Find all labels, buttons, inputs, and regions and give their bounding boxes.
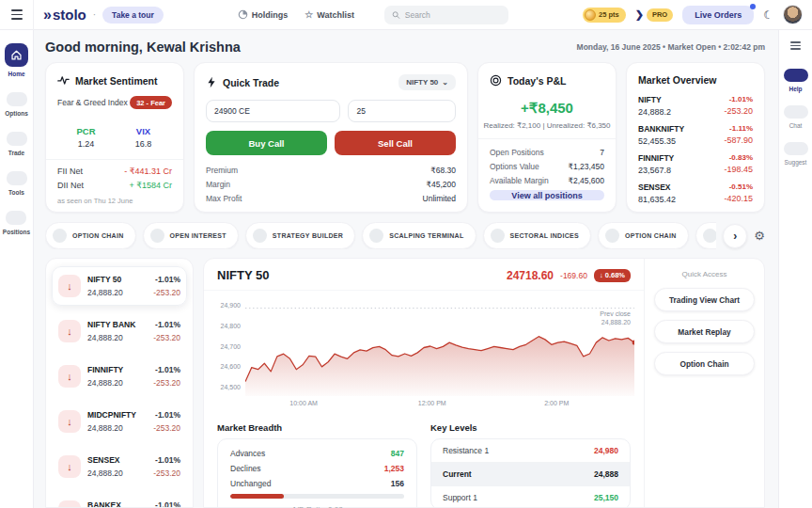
chip-open-interest-2[interactable]: OPEN INTEREST (695, 222, 717, 249)
key-levels-section: Key Levels Resistance 124,980 Current24,… (430, 417, 631, 507)
down-trend-icon: ↓ (58, 365, 81, 388)
avatar[interactable] (783, 5, 803, 24)
rail-menu-icon[interactable] (790, 41, 801, 50)
market-replay-button[interactable]: Market Replay (654, 320, 755, 343)
dii-value: + ₹1584 Cr (129, 181, 172, 190)
help-icon (784, 69, 808, 82)
sidebar-item-positions[interactable]: Positions (3, 211, 30, 235)
watchlist-item-finnifty[interactable]: ↓ FINNIFTY-1.01% 24,888.20-253.20 (52, 357, 187, 396)
holdings-link[interactable]: Holdings (238, 9, 289, 20)
menu-icon[interactable] (0, 0, 34, 30)
wl-chg: -253.20 (153, 468, 180, 478)
watchlist-item-midcpnifty[interactable]: ↓ MIDCPNIFTY-1.01% 24,888.20-253.20 (52, 402, 187, 441)
search-icon (392, 10, 400, 20)
holdings-label: Holdings (252, 10, 289, 20)
chip-scalping-terminal[interactable]: SCALPING TERMINAL (362, 222, 476, 249)
chevron-right-icon: › (733, 230, 737, 243)
chip-open-interest[interactable]: OPEN INTEREST (143, 222, 239, 249)
live-orders-button[interactable]: Live Orders (682, 6, 754, 24)
points-label: 25 pts (599, 10, 619, 19)
current-row: Current24,888 (431, 462, 630, 485)
watchlist-link[interactable]: ☆ Watchlist (304, 9, 354, 20)
open-positions-label: Open Positions (490, 148, 544, 157)
sidebar-label-tools: Tools (8, 189, 24, 196)
options-value-label: Options Value (490, 162, 539, 171)
market-breadth-title: Market Breadth (217, 422, 417, 433)
option-chain-button[interactable]: Option Chain (654, 352, 755, 375)
sidebar-item-tools[interactable]: Tools (7, 171, 27, 196)
rail-label-help: Help (789, 86, 802, 92)
strike-input[interactable] (206, 100, 340, 122)
activity-icon (57, 74, 70, 87)
index-value: 81,635.42 (638, 195, 676, 204)
index-chg: -420.15 (724, 194, 753, 203)
wl-price: 24,888.20 (87, 333, 153, 342)
sidebar-item-trade[interactable]: Trade (7, 132, 27, 156)
index-chg: -587.90 (724, 135, 753, 145)
pcr-label: PCR (57, 126, 115, 136)
watchlist-panel: ↓ NIFTY 50-1.01% 24,888.20-253.20 ↓ NIFT… (45, 258, 194, 508)
sidebar-item-options[interactable]: Options (5, 92, 28, 117)
price-line-chart[interactable] (245, 302, 634, 400)
rail-item-help[interactable]: Help (784, 69, 808, 92)
watchlist-item-niftybank[interactable]: ↓ NIFTY BANK-1.01% 24,888.20-253.20 (52, 311, 187, 351)
chip-icon (150, 229, 164, 243)
stolo-dashboard: » stolo · Take a tour Holdings ☆ Watchli… (0, 0, 812, 508)
quick-trade-card: Quick Trade NIFTY 50 ⌄ Buy Call Sell Ca (194, 62, 468, 213)
pnl-breakdown: Realized: ₹2,100 | Unrealized: ₹6,350 (478, 121, 616, 139)
pro-chevron-icon: ❯ (635, 8, 644, 21)
todays-pnl-title: Today's P&L (508, 75, 566, 87)
points-badge[interactable]: 25 pts (583, 8, 626, 23)
search-input[interactable] (405, 10, 501, 20)
wl-pct: -1.01% (153, 320, 180, 329)
sidebar-item-home[interactable]: Home (5, 43, 28, 77)
vix-label: VIX (115, 126, 172, 136)
gear-icon[interactable]: ⚙ (754, 229, 765, 243)
view-all-positions-button[interactable]: View all positions (490, 190, 604, 200)
take-a-tour-button[interactable]: Take a tour (102, 7, 164, 24)
index-name: BANKNIFTY (638, 124, 684, 134)
chips-scroll-right-button[interactable]: › (723, 224, 747, 248)
bolt-icon (206, 76, 217, 88)
watchlist-item-sensex[interactable]: ↓ SENSEX-1.01% 24,888.20-253.20 (52, 447, 187, 486)
shortcut-chips-row: OPTION CHAIN OPEN INTEREST STRATEGY BUIL… (38, 213, 773, 258)
breadth-bar (230, 494, 404, 499)
wl-price: 24,888.20 (87, 468, 153, 478)
margin-label: Margin (206, 180, 230, 189)
trading-view-chart-button[interactable]: Trading View Chart (654, 288, 755, 311)
sidebar-label-options: Options (5, 110, 28, 117)
todays-pnl-card: Today's P&L +₹8,450 Realized: ₹2,100 | U… (477, 62, 617, 213)
search-box[interactable] (384, 6, 508, 24)
instrument-select[interactable]: NIFTY 50 ⌄ (398, 74, 456, 90)
chip-strategy-builder[interactable]: STRATEGY BUILDER (245, 222, 355, 249)
right-rail: Help Chat Suggest (778, 30, 812, 508)
chip-option-chain[interactable]: OPTION CHAIN (45, 222, 136, 249)
vix-value: 16.8 (115, 139, 172, 149)
chip-sectoral-indices[interactable]: SECTORAL INDICES (483, 222, 591, 249)
index-pct: -0.51% (724, 183, 753, 191)
sell-call-button[interactable]: Sell Call (335, 131, 456, 155)
stolo-logo[interactable]: » stolo (43, 7, 86, 23)
advances-value: 847 (391, 449, 404, 458)
overview-row-finnifty: FINNIFTY23,567.8 -0.83%-198.45 (638, 153, 753, 175)
buy-call-button[interactable]: Buy Call (206, 131, 327, 155)
rail-item-suggest[interactable]: Suggest (784, 142, 808, 166)
page-title: Good morning, Kewal Krishna (45, 40, 241, 55)
sidebar-label-trade: Trade (8, 150, 24, 156)
available-margin-label: Available Margin (490, 176, 549, 185)
quantity-input[interactable] (348, 100, 456, 122)
rail-item-chat[interactable]: Chat (784, 105, 808, 129)
wl-pct: -1.01% (153, 500, 180, 508)
main-content: Good morning, Kewal Krishna Monday, 16 J… (34, 30, 778, 508)
overview-row-nifty: NIFTY24,888.2 -1.01%-253.20 (638, 95, 753, 117)
overview-row-banknifty: BANKNIFTY52,455.35 -1.11%-587.90 (638, 124, 753, 146)
pcr-value: 1.24 (57, 139, 115, 149)
wl-pct: -1.01% (153, 455, 180, 465)
chip-option-chain-2[interactable]: OPTION CHAIN (598, 222, 689, 249)
chip-label: SECTORAL INDICES (510, 232, 579, 239)
x-axis: 10:00 AM 12:00 PM 2:00 PM (245, 400, 634, 413)
dark-mode-toggle-icon[interactable]: ☾ (763, 8, 773, 22)
watchlist-item-bankex[interactable]: ↓ BANKEX-1.01% 24,888.20-253.20 (52, 492, 187, 508)
pro-badge[interactable]: ❯ PRO (635, 8, 673, 22)
watchlist-item-nifty50[interactable]: ↓ NIFTY 50-1.01% 24,888.20-253.20 (52, 266, 187, 306)
